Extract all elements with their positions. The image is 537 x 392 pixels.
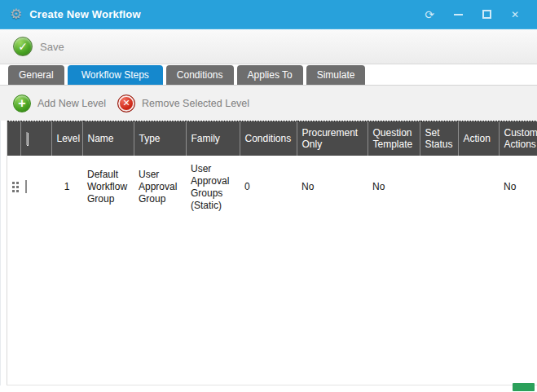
drag-handle-icon[interactable] [12,182,19,192]
cell-action [458,156,499,219]
cell-name: Default Workflow Group [82,156,134,219]
tab-workflow-steps[interactable]: Workflow Steps [68,65,163,85]
col-question-template: Question Template [368,121,420,156]
gear-icon: ⚙ [10,7,22,21]
cell-type: User Approval Group [134,156,186,219]
level-actions-toolbar: + Add New Level ✕ Remove Selected Level [0,85,537,121]
refresh-icon[interactable]: ⟳ [424,9,435,20]
col-set-status: Set Status [420,121,458,156]
cell-question-template: No [368,156,420,219]
maximize-box [482,10,491,19]
cell-procurement-only: No [297,156,368,219]
table-row[interactable]: 1 Default Workflow Group User Approval G… [7,156,537,219]
col-family: Family [186,121,240,156]
select-all-checkbox[interactable] [26,132,28,145]
remove-selected-level-label: Remove Selected Level [142,98,249,109]
tab-strip: General Workflow Steps Conditions Applie… [0,64,537,85]
window-title: Create New Workflow [29,8,424,20]
minimize-icon[interactable] [452,9,464,20]
resize-grip[interactable] [513,383,535,391]
maximize-icon[interactable] [481,9,492,20]
row-drag-cell [7,156,20,219]
cell-family: User Approval Groups (Static) [186,156,240,219]
save-button[interactable]: Save [40,41,64,53]
tab-simulate[interactable]: Simulate [306,65,366,85]
col-drag [7,121,20,156]
plus-circle-icon: + [13,95,31,112]
remove-selected-level-button[interactable]: ✕ Remove Selected Level [117,95,249,112]
tab-conditions[interactable]: Conditions [166,65,234,85]
cell-level: 1 [51,156,82,219]
col-level: Level [51,121,82,156]
col-procurement-only: Procurement Only [297,121,368,156]
cross-circle-icon: ✕ [117,95,135,112]
create-new-workflow-dialog: ⚙ Create New Workflow ⟳ ✕ ✓ Save General… [0,0,537,392]
save-check-icon[interactable]: ✓ [13,37,33,56]
col-select [20,121,51,156]
col-action: Action [458,121,499,156]
workflow-steps-table: Level Name Type Family Conditions Procur… [7,121,537,219]
save-toolbar: ✓ Save [0,29,537,64]
tab-general[interactable]: General [8,65,64,85]
col-name: Name [82,121,134,156]
tab-applies-to[interactable]: Applies To [237,65,303,85]
title-bar: ⚙ Create New Workflow ⟳ ✕ [0,0,537,29]
col-type: Type [134,121,186,156]
workflow-steps-grid: Level Name Type Family Conditions Procur… [7,121,537,385]
col-conditions: Conditions [240,121,297,156]
row-checkbox[interactable] [25,180,27,193]
close-icon[interactable]: ✕ [509,9,521,20]
minimize-bar [454,14,463,15]
grid-header-row: Level Name Type Family Conditions Procur… [7,121,537,156]
cell-set-status [420,156,458,219]
cell-custom-actions: No [499,156,537,219]
col-custom-actions: Custom Actions [499,121,537,156]
add-new-level-button[interactable]: + Add New Level [13,95,106,112]
cell-conditions: 0 [240,156,297,219]
window-bottom [0,385,537,392]
row-select-cell [20,156,51,219]
add-new-level-label: Add New Level [37,98,106,109]
